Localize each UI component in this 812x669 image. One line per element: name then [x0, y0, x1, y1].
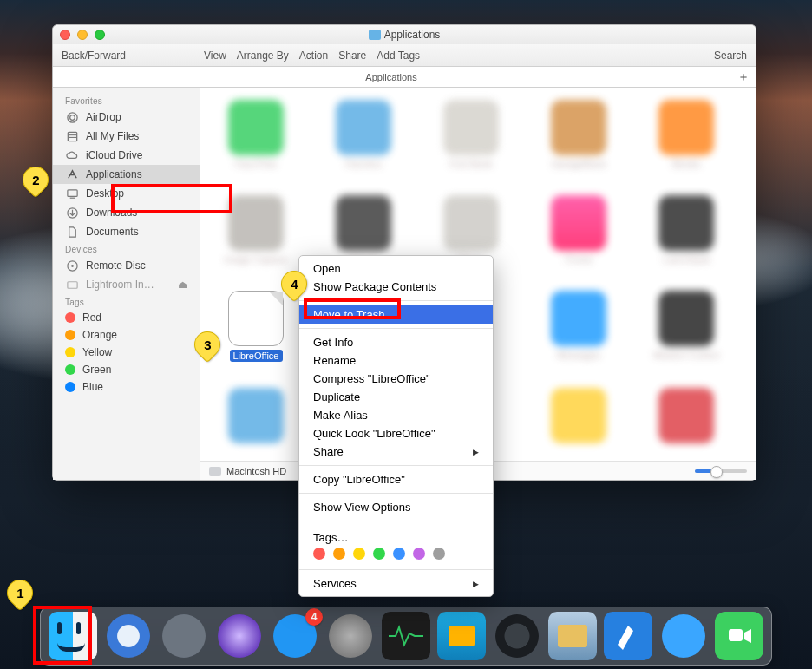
highlight-applications-sidebar	[111, 184, 232, 213]
dock-launchpad[interactable]	[160, 612, 208, 660]
ctx-get-info[interactable]: Get Info	[299, 333, 493, 351]
app-faronics[interactable]: Faronics	[329, 100, 398, 169]
app-ibooks[interactable]: iBooks	[652, 100, 721, 169]
ctx-quick-look[interactable]: Quick Look "LibreOffice"	[299, 424, 493, 443]
dock-photos[interactable]	[548, 612, 597, 660]
dock-display[interactable]	[437, 612, 486, 660]
toolbar-search[interactable]: Search	[714, 49, 747, 62]
ctx-compress[interactable]: Compress "LibreOffice"	[299, 370, 493, 388]
toolbar-view[interactable]: View	[204, 49, 226, 62]
svg-point-9	[71, 265, 74, 267]
dock-messages[interactable]	[659, 612, 708, 660]
facetime-icon	[724, 620, 755, 652]
photos-icon	[558, 625, 587, 647]
icloud-icon	[65, 148, 79, 162]
launchpad-icon	[162, 614, 206, 658]
highlight-move-to-trash	[304, 298, 401, 319]
toolbar-add-tags[interactable]: Add Tags	[377, 49, 420, 62]
app-blurred[interactable]	[544, 388, 613, 457]
titlebar: Applications	[53, 25, 756, 44]
app-launchpad[interactable]: Launchpad	[652, 195, 721, 265]
dock-quicktime[interactable]	[493, 612, 541, 660]
svg-point-0	[69, 115, 75, 120]
sidebar-favorites-heading: Favorites	[53, 93, 200, 108]
svg-rect-11	[729, 629, 743, 641]
dock-badge: 4	[305, 608, 323, 626]
app-libreoffice[interactable]: LibreOffice	[221, 291, 291, 362]
app-mission-control[interactable]: Mission Control	[652, 291, 721, 362]
window-title: Applications	[384, 29, 441, 41]
app-blurred[interactable]	[652, 388, 721, 457]
new-tab-button[interactable]: ＋	[730, 67, 756, 87]
ctx-copy[interactable]: Copy "LibreOffice"	[299, 470, 493, 489]
dock-app-store[interactable]: 4	[271, 612, 319, 660]
ctx-make-alias[interactable]: Make Alias	[299, 406, 493, 424]
sidebar-item-applications[interactable]: Applications	[53, 165, 200, 184]
app-garageband[interactable]: GarageBand	[544, 100, 613, 169]
tag-gray[interactable]	[433, 548, 445, 560]
dock-xcode[interactable]	[604, 612, 652, 660]
siri-icon	[218, 614, 261, 658]
sidebar-item-remote-disc[interactable]: Remote Disc	[53, 256, 200, 275]
tag-purple[interactable]	[413, 548, 425, 560]
app-blurred[interactable]	[221, 388, 291, 457]
eject-icon[interactable]: ⏏	[178, 279, 187, 291]
tag-dot-icon	[65, 312, 75, 323]
ctx-show-view-options[interactable]: Show View Options	[299, 498, 493, 516]
app-itunes[interactable]: iTunes	[544, 195, 613, 265]
sidebar-item-all-files[interactable]: All My Files	[53, 127, 200, 146]
app-messages[interactable]: Messages	[544, 291, 613, 362]
folder-icon	[369, 30, 381, 40]
ctx-share[interactable]: Share	[299, 443, 493, 461]
sidebar-tags-heading: Tags	[53, 294, 200, 309]
ctx-duplicate[interactable]: Duplicate	[299, 388, 493, 406]
ctx-rename[interactable]: Rename	[299, 351, 493, 370]
app-iphoto[interactable]: iPhoto	[436, 195, 506, 265]
tag-yellow[interactable]	[353, 548, 365, 560]
toolbar: Back/Forward View Arrange By Action Shar…	[53, 44, 756, 67]
app-facetime[interactable]: FaceTime	[221, 100, 291, 169]
dock-siri[interactable]	[215, 612, 264, 660]
tag-orange[interactable]	[333, 548, 345, 560]
ctx-open[interactable]: Open	[299, 259, 493, 278]
xcode-icon	[611, 619, 645, 653]
sidebar-tag-orange[interactable]: Orange	[53, 326, 200, 344]
dock-system-preferences[interactable]	[326, 612, 375, 660]
remote-disc-icon	[65, 259, 79, 272]
sidebar-item-airdrop[interactable]: AirDrop	[53, 108, 200, 127]
tag-green[interactable]	[373, 548, 385, 560]
dock-safari[interactable]	[104, 612, 153, 660]
sidebar-item-documents[interactable]: Documents	[53, 222, 200, 241]
tag-blue[interactable]	[393, 548, 405, 560]
sidebar-tag-blue[interactable]: Blue	[53, 378, 200, 396]
toolbar-share[interactable]: Share	[338, 49, 366, 62]
sidebar-item-icloud[interactable]: iCloud Drive	[53, 146, 200, 165]
svg-rect-5	[67, 189, 76, 196]
tabbar: Applications ＋	[53, 67, 756, 88]
icon-size-slider[interactable]	[695, 469, 747, 473]
messages-icon	[662, 614, 705, 658]
tab-applications[interactable]: Applications	[53, 69, 730, 86]
tag-red[interactable]	[313, 548, 325, 560]
dock-activity-monitor[interactable]	[382, 612, 430, 660]
documents-icon	[65, 225, 79, 239]
gear-icon	[329, 614, 372, 658]
sidebar-tag-green[interactable]: Green	[53, 361, 200, 378]
pathbar-disk[interactable]: Macintosh HD	[226, 466, 286, 476]
app-imovie[interactable]: iMovie	[329, 195, 398, 265]
toolbar-action[interactable]: Action	[299, 49, 328, 62]
back-forward-button[interactable]: Back/Forward	[62, 49, 126, 62]
quicktime-icon	[495, 614, 539, 658]
sidebar-tag-red[interactable]: Red	[53, 309, 200, 326]
toolbar-arrange-by[interactable]: Arrange By	[237, 49, 289, 62]
disk-image-icon	[65, 278, 79, 292]
ctx-show-package-contents[interactable]: Show Package Contents	[299, 278, 493, 296]
tag-dot-icon	[65, 330, 75, 340]
app-font-book[interactable]: Font Book	[436, 100, 506, 169]
safari-icon	[107, 614, 150, 658]
sidebar-item-disk-image[interactable]: Lightroom In… ⏏	[53, 275, 200, 294]
ctx-services[interactable]: Services	[299, 574, 493, 593]
dock-facetime[interactable]	[715, 612, 763, 660]
sidebar-tag-yellow[interactable]: Yellow	[53, 344, 200, 361]
desktop-icon	[65, 187, 79, 200]
